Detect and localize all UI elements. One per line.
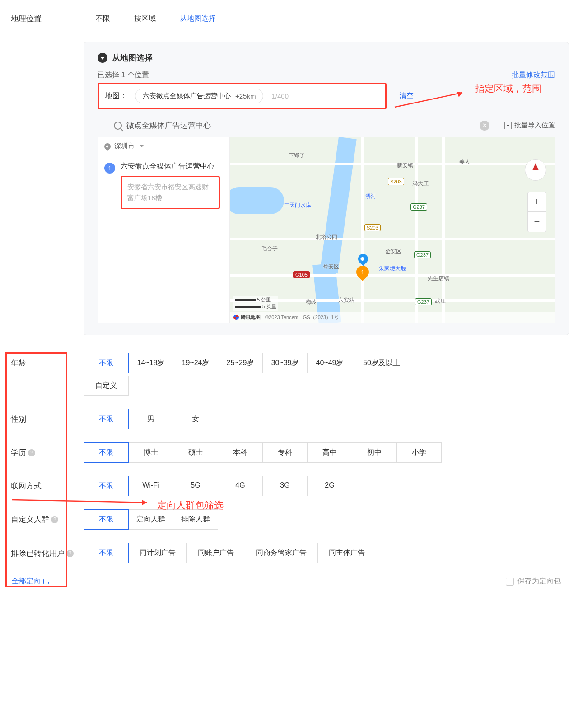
collapse-icon[interactable] [98,53,107,63]
location-tabs: 不限 按区域 从地图选择 [84,9,569,28]
chevron-down-icon [140,145,144,147]
gender-label: 性别 [9,409,84,424]
map-logo: 腾讯地图 [233,314,261,321]
help-icon[interactable]: ? [66,550,74,557]
result-title: 六安微点全媒体广告运营中心 [121,162,222,171]
zoom-out-button[interactable]: − [528,212,546,232]
result-badge: 1 [104,163,115,174]
selected-count-text: 已选择 1 个位置 [98,70,149,80]
exc-opt-unlimited[interactable]: 不限 [84,543,129,563]
net-opt-2g[interactable]: 2G [307,476,352,496]
search-result-1[interactable]: 1 六安微点全媒体广告运营中心 安徽省六安市裕安区高速财富广场18楼 [98,155,229,216]
map-scale: 5 公里 5 英里 [233,296,278,311]
map-canvas-panel[interactable]: 下郢子 新安镇 冯大庄 淠河 二天门水库 毛台子 北塔公园 金安区 裕安区 朱家… [230,137,555,323]
exc-opt-plan[interactable]: 同计划广告 [128,543,187,563]
edu-opt-primary[interactable]: 小学 [396,442,442,463]
city-selector[interactable]: 深圳市 [98,137,229,155]
save-package-label: 保存为定向包 [517,577,561,586]
search-box: 微点全媒体广告运营中心 [114,120,211,131]
net-opt-4g[interactable]: 4G [218,476,263,496]
age-opt-custom[interactable]: 自定义 [84,376,129,396]
aud-opt-exclude[interactable]: 排除人群 [173,509,218,530]
place-label: 北塔公园 [316,233,337,241]
place-label: 淠河 [365,193,376,200]
tab-from-map[interactable]: 从地图选择 [168,9,228,28]
annotation-arrow-2 [12,497,153,507]
location-counter: 1/400 [271,92,289,100]
network-options: 不限 Wi-Fi 5G 4G 3G 2G [84,476,569,496]
edu-opt-highschool[interactable]: 高中 [307,442,352,463]
batch-modify-link[interactable]: 批量修改范围 [512,70,555,80]
map-footer: 腾讯地图 ©2023 Tencent - GS（2023）1号 [230,312,555,323]
result-marker-1[interactable]: 1 [356,266,369,284]
map-select-panel: 从地图选择 已选择 1 个位置 批量修改范围 地图： 六安微点全媒体广告运营中心… [84,42,569,335]
edu-opt-college[interactable]: 专科 [262,442,308,463]
zoom-controls: + − [527,192,546,232]
age-options: 不限 14~18岁 19~24岁 25~29岁 30~39岁 40~49岁 50… [84,353,569,373]
place-label: 梅岭 [306,298,317,306]
clear-link[interactable]: 清空 [399,91,414,101]
search-input[interactable]: 微点全媒体广告运营中心 [126,120,211,131]
svg-marker-3 [142,500,147,505]
place-label: 裕安区 [323,263,339,271]
map-body: 深圳市 1 六安微点全媒体广告运营中心 安徽省六安市裕安区高速财富广场18楼 [98,137,555,323]
batch-import-button[interactable]: + 批量导入位置 [497,121,555,130]
education-options: 不限 博士 硕士 本科 专科 高中 初中 小学 [84,443,569,463]
net-opt-wifi[interactable]: Wi-Fi [128,476,173,496]
help-icon[interactable]: ? [51,516,58,523]
edu-opt-middle[interactable]: 初中 [352,442,397,463]
aud-opt-include[interactable]: 定向人群 [128,509,173,530]
selected-location-pill[interactable]: 六安微点全媒体广告运营中心 +25km [135,89,263,103]
result-address: 安徽省六安市裕安区高速财富广场18楼 [127,182,213,203]
network-label: 联网方式 [9,476,84,491]
result-address-box: 安徽省六安市裕安区高速财富广场18楼 [121,176,220,209]
exc-opt-bm[interactable]: 同商务管家广告 [245,543,318,563]
city-name: 深圳市 [114,142,135,150]
all-targeting-link[interactable]: 全部定向 [12,577,49,586]
net-opt-5g[interactable]: 5G [173,476,218,496]
age-opt-unlimited[interactable]: 不限 [84,353,129,373]
age-opt-50plus[interactable]: 50岁及以上 [352,353,411,373]
gender-opt-unlimited[interactable]: 不限 [84,409,129,429]
road-label: G237 [414,251,431,258]
net-opt-3g[interactable]: 3G [262,476,308,496]
tab-unlimited[interactable]: 不限 [84,9,122,28]
age-opt-30-39[interactable]: 30~39岁 [262,353,308,373]
age-opt-40-49[interactable]: 40~49岁 [307,353,352,373]
clear-search-icon[interactable]: ✕ [480,121,489,131]
compass-icon[interactable] [525,159,546,181]
age-opt-19-24[interactable]: 19~24岁 [173,353,218,373]
svg-line-2 [12,500,147,503]
save-package-checkbox[interactable]: 保存为定向包 [506,577,561,586]
edu-opt-phd[interactable]: 博士 [128,442,173,463]
exc-opt-account[interactable]: 同账户广告 [186,543,245,563]
edu-opt-bachelor[interactable]: 本科 [218,442,263,463]
plus-icon: + [504,122,512,129]
gender-options: 不限 男 女 [84,409,569,429]
place-label: 先生店镇 [428,275,449,282]
place-label: 毛台子 [261,245,278,253]
edu-opt-master[interactable]: 硕士 [173,442,218,463]
place-label: 武庄 [435,297,446,305]
road-label: G105 [293,271,310,278]
annotation-text-2: 定向人群包筛选 [157,499,224,512]
gender-opt-male[interactable]: 男 [128,409,173,429]
place-label: 下郢子 [289,152,305,160]
gender-opt-female[interactable]: 女 [173,409,218,429]
aud-opt-unlimited[interactable]: 不限 [84,509,129,530]
exc-opt-entity[interactable]: 同主体广告 [317,543,376,563]
road-label: G237 [410,203,427,211]
net-opt-unlimited[interactable]: 不限 [84,476,129,496]
place-label: 美人 [459,158,470,166]
age-opt-14-18[interactable]: 14~18岁 [128,353,173,373]
tab-by-region[interactable]: 按区域 [122,9,168,28]
checkbox-icon [506,578,514,586]
zoom-in-button[interactable]: + [528,192,546,212]
map-select-title: 从地图选择 [112,52,153,63]
age-opt-25-29[interactable]: 25~29岁 [218,353,263,373]
education-label: 学历? [9,443,84,458]
help-icon[interactable]: ? [28,449,35,456]
edu-opt-unlimited[interactable]: 不限 [84,442,129,463]
place-label: 二天门水库 [284,202,311,209]
map-input-box: 地图： 六安微点全媒体广告运营中心 +25km 1/400 [98,83,387,109]
